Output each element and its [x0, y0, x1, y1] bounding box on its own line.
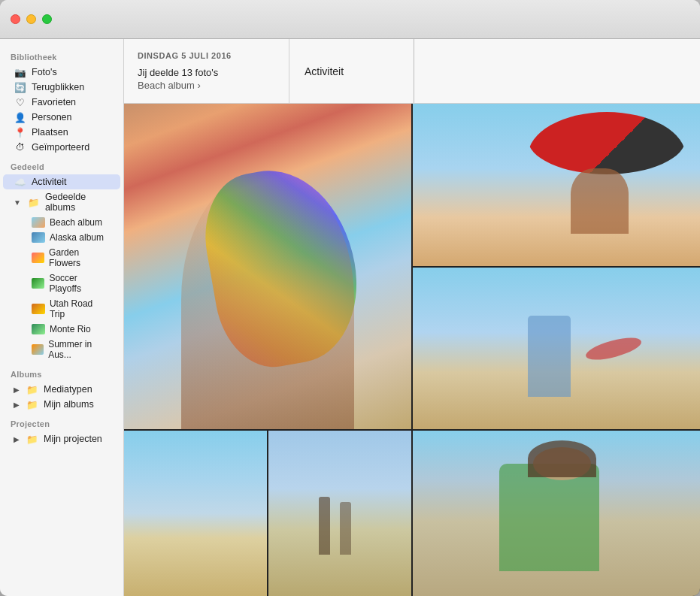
memories-icon: 🔄 [14, 82, 27, 92]
sidebar-item-plaatsen-label: Plaatsen [32, 127, 68, 138]
album-link[interactable]: Beach album › [138, 80, 275, 91]
minimize-button[interactable] [26, 14, 36, 24]
sidebar-item-utah-road-trip-label: Utah Road Trip [50, 298, 110, 319]
left-column [124, 104, 411, 596]
sidebar-item-garden-flowers[interactable]: Garden Flowers [3, 245, 120, 271]
share-text: Jij deelde 13 foto's [138, 66, 275, 80]
vertical-divider [414, 39, 414, 103]
album-link-text: Beach album › [138, 80, 201, 91]
sidebar-item-garden-flowers-label: Garden Flowers [49, 247, 110, 268]
sidebar-item-personen-label: Personen [32, 112, 72, 123]
sidebar-item-mijn-projecten[interactable]: ▶ 📁 Mijn projecten [3, 431, 120, 446]
sidebar: Bibliotheek 📷 Foto's 🔄 Terugblikken ♡ Fa… [0, 39, 124, 596]
sidebar-item-fotos-label: Foto's [32, 67, 57, 77]
summer-in-aus-thumb [32, 344, 44, 355]
photo-girl-green[interactable] [413, 431, 700, 596]
sidebar-item-beach-album[interactable]: Beach album [3, 215, 120, 230]
folder-projecten-icon: 📁 [26, 434, 39, 444]
sidebar-item-monte-rio-label: Monte Rio [50, 324, 91, 334]
expand-arrow2-icon: ▶ [14, 401, 20, 409]
pin-icon: 📍 [14, 127, 27, 138]
top-section: DINSDAG 5 JULI 2016 Jij deelde 13 foto's… [124, 39, 700, 104]
main-panel: DINSDAG 5 JULI 2016 Jij deelde 13 foto's… [124, 39, 700, 596]
main-content: Bibliotheek 📷 Foto's 🔄 Terugblikken ♡ Fa… [0, 39, 700, 596]
sidebar-item-gedeelde-albums-label: Gedeelde albums [45, 192, 110, 213]
activity-title: Activiteit [305, 65, 344, 77]
sidebar-item-summer-in-aus-label: Summer in Aus... [48, 339, 110, 360]
sidebar-item-mediatypen[interactable]: ▶ 📁 Mediatypen [3, 382, 120, 397]
photos-icon: 📷 [14, 67, 27, 77]
right-column [413, 104, 700, 596]
sidebar-item-beach-album-label: Beach album [50, 217, 102, 228]
bottom-row [124, 431, 411, 596]
section-label-projecten: Projecten [0, 412, 123, 431]
folder-shared-icon: 📁 [27, 197, 41, 207]
photo-girl-selfie[interactable] [124, 104, 411, 429]
sidebar-item-monte-rio[interactable]: Monte Rio [3, 322, 120, 337]
section-label-albums: Albums [0, 362, 123, 382]
collapse-arrow-icon: ▼ [14, 198, 21, 207]
sidebar-item-gedeelde-albums[interactable]: ▼ 📁 Gedeelde albums [3, 189, 120, 215]
sidebar-item-plaatsen[interactable]: 📍 Plaatsen [3, 125, 120, 140]
close-button[interactable] [11, 14, 20, 24]
sidebar-item-mediatypen-label: Mediatypen [44, 384, 92, 395]
section-label-gedeeld: Gedeeld [0, 155, 123, 174]
heart-icon: ♡ [14, 97, 27, 107]
sidebar-item-alaska-album[interactable]: Alaska album [3, 230, 120, 245]
sidebar-item-summer-in-aus[interactable]: Summer in Aus... [3, 337, 120, 362]
left-info-panel: DINSDAG 5 JULI 2016 Jij deelde 13 foto's… [124, 39, 289, 103]
photo-umbrella[interactable] [413, 104, 700, 265]
cloud-icon: ☁️ [14, 177, 27, 187]
activity-header: Activiteit [289, 39, 700, 103]
beach-album-thumb [32, 217, 45, 228]
app-window: Bibliotheek 📷 Foto's 🔄 Terugblikken ♡ Fa… [0, 0, 700, 596]
sidebar-item-activiteit[interactable]: ☁️ Activiteit [3, 174, 120, 189]
photo-two-boys[interactable] [268, 431, 411, 596]
photo-grid [124, 104, 700, 596]
maximize-button[interactable] [42, 14, 52, 24]
sidebar-item-terugblikken[interactable]: 🔄 Terugblikken [3, 80, 120, 95]
sidebar-item-mijn-albums-label: Mijn albums [44, 399, 94, 410]
sidebar-item-terugblikken-label: Terugblikken [32, 82, 84, 92]
sidebar-item-mijn-albums[interactable]: ▶ 📁 Mijn albums [3, 397, 120, 412]
traffic-lights [11, 14, 52, 24]
sidebar-item-favorieten[interactable]: ♡ Favorieten [3, 95, 120, 110]
folder-media-icon: 📁 [26, 384, 39, 395]
share-description: Jij deelde 13 foto's [138, 67, 218, 78]
activity-date: DINSDAG 5 JULI 2016 [138, 51, 275, 60]
section-label-bibliotheek: Bibliotheek [0, 45, 123, 65]
folder-mijn-icon: 📁 [26, 399, 39, 410]
sidebar-item-personen[interactable]: 👤 Personen [3, 110, 120, 125]
expand-arrow-icon: ▶ [14, 386, 20, 394]
titlebar [0, 0, 700, 39]
alaska-album-thumb [32, 232, 45, 243]
sidebar-item-geimporteerd-label: Geïmporteerd [32, 142, 89, 153]
person-icon: 👤 [14, 112, 27, 123]
sidebar-item-favorieten-label: Favorieten [32, 97, 76, 107]
sidebar-item-soccer-playoffs[interactable]: Soccer Playoffs [3, 271, 120, 296]
photo-frisbee-girl[interactable] [413, 268, 700, 429]
expand-arrow3-icon: ▶ [14, 435, 20, 443]
sidebar-item-geimporteerd[interactable]: ⏱ Geïmporteerd [3, 140, 120, 155]
sidebar-item-activiteit-label: Activiteit [32, 177, 67, 187]
sidebar-item-fotos[interactable]: 📷 Foto's [3, 65, 120, 80]
garden-flowers-thumb [32, 253, 44, 263]
photo-beach-wide[interactable] [124, 431, 267, 596]
sidebar-item-utah-road-trip[interactable]: Utah Road Trip [3, 296, 120, 322]
monte-rio-thumb [32, 324, 45, 334]
sidebar-item-soccer-playoffs-label: Soccer Playoffs [49, 273, 110, 294]
right-top-section [413, 104, 700, 429]
import-icon: ⏱ [14, 142, 27, 153]
sidebar-item-alaska-album-label: Alaska album [50, 232, 104, 243]
soccer-playoffs-thumb [32, 278, 44, 289]
utah-road-trip-thumb [32, 304, 45, 314]
sidebar-item-mijn-projecten-label: Mijn projecten [44, 434, 102, 444]
